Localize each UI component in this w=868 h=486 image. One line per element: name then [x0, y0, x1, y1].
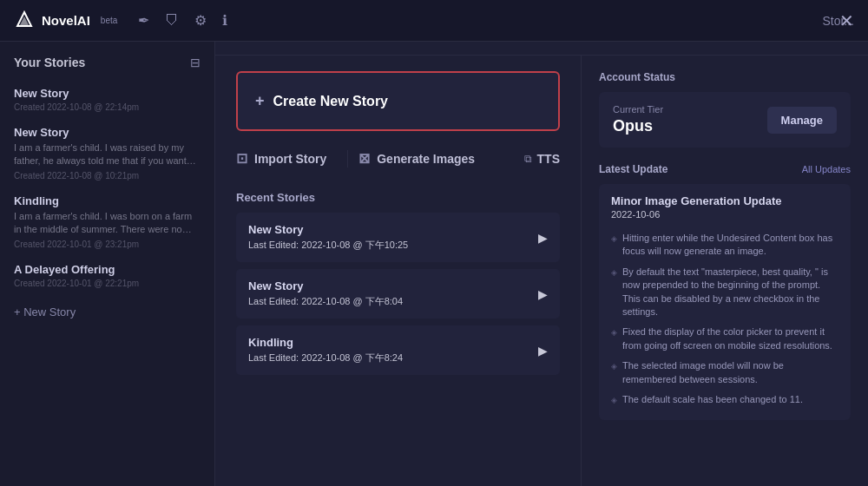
logo-text: NovelAI [42, 13, 90, 28]
story-3-date: Created 2022-10-01 @ 22:21pm [14, 279, 201, 288]
manage-button[interactable]: Manage [767, 107, 837, 134]
sidebar-story-3[interactable]: A Delayed Offering Created 2022-10-01 @ … [0, 256, 214, 295]
modal-right-panel: Account Status Current Tier Opus Manage … [582, 56, 868, 486]
sidebar: Your Stories ⊟ New Story Created 2022-10… [0, 42, 215, 486]
recent-story-1[interactable]: New Story Last Edited: 2022-10-08 @ 下午8:… [236, 269, 560, 319]
story-2-date: Created 2022-10-01 @ 23:21pm [14, 240, 201, 249]
story-1-date: Created 2022-10-08 @ 10:21pm [14, 171, 201, 181]
update-item-2: Fixed the display of the color picker to… [611, 322, 838, 356]
recent-story-0-name: New Story [248, 223, 408, 236]
sidebar-title: Your Stories [14, 56, 85, 69]
tts-label: TTS [537, 152, 560, 166]
nav-icons: ✒ ⛉ ⚙ ℹ [138, 12, 227, 29]
recent-story-2-name: Kindling [248, 336, 403, 349]
modal: Welcome back, Author ✕ + Create New Stor… [215, 0, 868, 486]
filter-icon[interactable]: ⊟ [190, 56, 201, 69]
recent-story-0-date: Last Edited: 2022-10-08 @ 下午10:25 [248, 239, 408, 252]
logo: NovelAI beta [14, 10, 117, 31]
story-1-title: New Story [14, 126, 201, 139]
story-3-title: A Delayed Offering [14, 263, 201, 276]
sidebar-story-2[interactable]: Kindling I am a farmer's child. I was bo… [0, 187, 214, 256]
update-box: Minor Image Generation Update 2022-10-06… [599, 184, 851, 420]
sidebar-new-story[interactable]: + New Story [0, 299, 214, 325]
chevron-right-icon-2: ▶ [538, 344, 548, 358]
story-0-date: Created 2022-10-08 @ 22:14pm [14, 102, 201, 112]
recent-story-1-date: Last Edited: 2022-10-08 @ 下午8:04 [248, 295, 403, 308]
story-1-excerpt: I am a farmer's child. I was raised by m… [14, 141, 201, 168]
tier-label: Current Tier [613, 104, 663, 115]
plus-icon: + [255, 92, 265, 110]
tier-name: Opus [613, 117, 663, 135]
latest-update-header: Latest Update All Updates [599, 163, 851, 175]
sidebar-new-story-label: + New Story [14, 305, 76, 319]
account-status-label: Account Status [599, 71, 851, 83]
story-2-title: Kindling [14, 194, 201, 207]
import-story-label: Import Story [254, 152, 326, 166]
update-item-1: By default the text "masterpiece, best q… [611, 262, 838, 323]
sidebar-story-1[interactable]: New Story I am a farmer's child. I was r… [0, 119, 214, 187]
tier-box: Current Tier Opus Manage [599, 92, 851, 148]
update-item-0: Hitting enter while the Undesired Conten… [611, 228, 838, 262]
modal-left-panel: + Create New Story ⊡ Import Story ⊠ Gene… [215, 56, 582, 486]
update-title: Minor Image Generation Update [611, 194, 838, 207]
update-item-3: The selected image model will now be rem… [611, 356, 838, 390]
recent-story-2[interactable]: Kindling Last Edited: 2022-10-08 @ 下午8:2… [236, 325, 560, 375]
generate-images-button[interactable]: ⊠ Generate Images [358, 143, 485, 174]
recent-story-2-date: Last Edited: 2022-10-08 @ 下午8:24 [248, 351, 403, 364]
chevron-right-icon-1: ▶ [538, 287, 548, 301]
story-0-title: New Story [14, 87, 201, 100]
action-separator [347, 150, 348, 167]
recent-stories-label: Recent Stories [236, 191, 560, 204]
all-updates-link[interactable]: All Updates [802, 164, 851, 174]
external-link-icon: ⧉ [524, 153, 532, 165]
import-icon: ⊡ [236, 150, 247, 167]
quill-icon[interactable]: ✒ [138, 12, 149, 29]
action-row: ⊡ Import Story ⊠ Generate Images ⧉ TTS [236, 143, 560, 174]
sidebar-header: Your Stories ⊟ [0, 52, 214, 80]
recent-story-0-info: New Story Last Edited: 2022-10-08 @ 下午10… [248, 223, 408, 252]
import-story-button[interactable]: ⊡ Import Story [236, 143, 337, 174]
gear-icon[interactable]: ⚙ [194, 12, 207, 29]
info-icon[interactable]: ℹ [222, 12, 227, 29]
latest-update-label: Latest Update [599, 163, 667, 175]
tier-info: Current Tier Opus [613, 104, 663, 135]
update-date: 2022-10-06 [611, 209, 838, 220]
topnav: NovelAI beta ✒ ⛉ ⚙ ℹ Stor... [0, 0, 868, 42]
chevron-right-icon-0: ▶ [538, 231, 548, 245]
recent-story-0[interactable]: New Story Last Edited: 2022-10-08 @ 下午10… [236, 213, 560, 262]
sidebar-story-0[interactable]: New Story Created 2022-10-08 @ 22:14pm [0, 80, 214, 119]
tts-button[interactable]: TTS [537, 152, 560, 166]
story-2-excerpt: I am a farmer's child. I was born on a f… [14, 210, 201, 237]
modal-body: + Create New Story ⊡ Import Story ⊠ Gene… [215, 56, 868, 486]
create-story-label: Create New Story [273, 94, 389, 109]
user-icon[interactable]: ⛉ [165, 13, 179, 29]
recent-story-1-name: New Story [248, 279, 403, 292]
generate-images-label: Generate Images [377, 152, 475, 166]
update-list: Hitting enter while the Undesired Conten… [611, 228, 838, 410]
modal-close-button[interactable]: ✕ [839, 12, 854, 30]
beta-label: beta [101, 16, 117, 25]
create-new-story-button[interactable]: + Create New Story [236, 71, 560, 131]
logo-icon [14, 10, 35, 31]
recent-story-2-info: Kindling Last Edited: 2022-10-08 @ 下午8:2… [248, 336, 403, 364]
update-item-4: The default scale has been changed to 11… [611, 390, 838, 410]
image-icon: ⊠ [358, 150, 370, 167]
recent-story-1-info: New Story Last Edited: 2022-10-08 @ 下午8:… [248, 279, 403, 308]
